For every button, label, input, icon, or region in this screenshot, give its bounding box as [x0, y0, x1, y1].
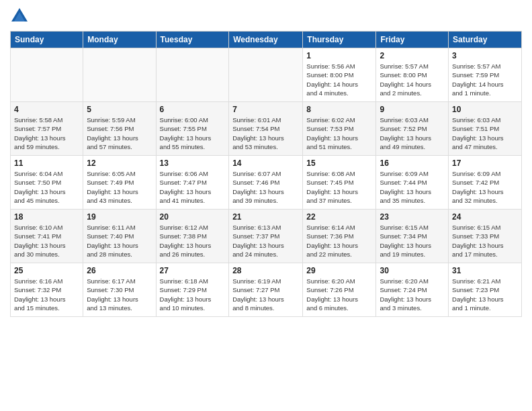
day-number: 29: [306, 266, 372, 275]
day-number: 16: [380, 158, 445, 168]
day-info: Sunrise: 6:21 AM Sunset: 7:23 PM Dayligh…: [452, 277, 518, 312]
day-number: 8: [306, 105, 372, 114]
day-number: 20: [160, 212, 226, 222]
calendar-cell: [229, 48, 303, 102]
day-number: 3: [452, 51, 518, 60]
calendar-cell: 11Sunrise: 6:04 AM Sunset: 7:50 PM Dayli…: [11, 156, 83, 210]
day-info: Sunrise: 5:57 AM Sunset: 7:59 PM Dayligh…: [452, 62, 518, 97]
calendar-cell: 6Sunrise: 6:00 AM Sunset: 7:55 PM Daylig…: [156, 102, 229, 156]
day-number: 22: [306, 212, 372, 222]
calendar-cell: 21Sunrise: 6:13 AM Sunset: 7:37 PM Dayli…: [229, 210, 303, 263]
day-info: Sunrise: 5:59 AM Sunset: 7:56 PM Dayligh…: [87, 116, 152, 151]
calendar-cell: 7Sunrise: 6:01 AM Sunset: 7:54 PM Daylig…: [229, 102, 303, 156]
calendar-cell: 2Sunrise: 5:57 AM Sunset: 8:00 PM Daylig…: [376, 48, 449, 102]
day-info: Sunrise: 6:17 AM Sunset: 7:30 PM Dayligh…: [87, 277, 152, 312]
day-number: 7: [232, 105, 299, 114]
day-info: Sunrise: 6:08 AM Sunset: 7:45 PM Dayligh…: [306, 169, 372, 205]
calendar-cell: 15Sunrise: 6:08 AM Sunset: 7:45 PM Dayli…: [303, 156, 376, 210]
calendar-cell: 23Sunrise: 6:15 AM Sunset: 7:34 PM Dayli…: [376, 210, 449, 263]
calendar-cell: 5Sunrise: 5:59 AM Sunset: 7:56 PM Daylig…: [83, 102, 156, 156]
day-number: 9: [380, 105, 445, 114]
day-number: 27: [160, 266, 226, 275]
calendar-cell: 20Sunrise: 6:12 AM Sunset: 7:38 PM Dayli…: [156, 210, 229, 263]
day-info: Sunrise: 6:06 AM Sunset: 7:47 PM Dayligh…: [160, 169, 226, 205]
day-info: Sunrise: 6:04 AM Sunset: 7:50 PM Dayligh…: [14, 169, 79, 205]
day-number: 2: [380, 51, 445, 60]
week-row-5: 25Sunrise: 6:16 AM Sunset: 7:32 PM Dayli…: [11, 263, 522, 317]
calendar-cell: 19Sunrise: 6:11 AM Sunset: 7:40 PM Dayli…: [83, 210, 156, 263]
day-number: 19: [87, 212, 152, 222]
calendar-cell: 25Sunrise: 6:16 AM Sunset: 7:32 PM Dayli…: [11, 263, 83, 317]
day-number: 6: [160, 105, 226, 114]
week-row-3: 11Sunrise: 6:04 AM Sunset: 7:50 PM Dayli…: [11, 156, 522, 210]
day-number: 23: [380, 212, 445, 222]
day-number: 10: [452, 105, 518, 114]
calendar-cell: 9Sunrise: 6:03 AM Sunset: 7:52 PM Daylig…: [376, 102, 449, 156]
calendar-cell: 1Sunrise: 5:56 AM Sunset: 8:00 PM Daylig…: [303, 48, 376, 102]
day-number: 26: [87, 266, 152, 275]
day-header-saturday: Saturday: [449, 32, 522, 48]
day-number: 30: [380, 266, 445, 275]
day-number: 25: [14, 266, 79, 275]
calendar-cell: 4Sunrise: 5:58 AM Sunset: 7:57 PM Daylig…: [11, 102, 83, 156]
week-row-1: 1Sunrise: 5:56 AM Sunset: 8:00 PM Daylig…: [11, 48, 522, 102]
calendar-cell: 17Sunrise: 6:09 AM Sunset: 7:42 PM Dayli…: [449, 156, 522, 210]
day-number: 17: [452, 158, 518, 168]
day-info: Sunrise: 6:14 AM Sunset: 7:36 PM Dayligh…: [306, 223, 372, 259]
day-info: Sunrise: 6:03 AM Sunset: 7:52 PM Dayligh…: [380, 116, 445, 151]
day-info: Sunrise: 5:58 AM Sunset: 7:57 PM Dayligh…: [14, 116, 79, 151]
calendar-cell: 31Sunrise: 6:21 AM Sunset: 7:23 PM Dayli…: [449, 263, 522, 317]
calendar-cell: 8Sunrise: 6:02 AM Sunset: 7:53 PM Daylig…: [303, 102, 376, 156]
day-number: 13: [160, 158, 226, 168]
day-number: 24: [452, 212, 518, 222]
week-row-4: 18Sunrise: 6:10 AM Sunset: 7:41 PM Dayli…: [11, 210, 522, 263]
day-header-wednesday: Wednesday: [229, 32, 303, 48]
day-number: 15: [306, 158, 372, 168]
calendar-cell: 29Sunrise: 6:20 AM Sunset: 7:26 PM Dayli…: [303, 263, 376, 317]
logo: [10, 7, 32, 26]
day-info: Sunrise: 6:18 AM Sunset: 7:29 PM Dayligh…: [160, 277, 226, 312]
day-info: Sunrise: 6:02 AM Sunset: 7:53 PM Dayligh…: [306, 116, 372, 151]
day-info: Sunrise: 5:57 AM Sunset: 8:00 PM Dayligh…: [380, 62, 445, 97]
page: SundayMondayTuesdayWednesdayThursdayFrid…: [0, 0, 532, 411]
calendar-cell: 26Sunrise: 6:17 AM Sunset: 7:30 PM Dayli…: [83, 263, 156, 317]
day-number: 1: [306, 51, 372, 60]
header: [10, 7, 522, 26]
day-number: 4: [14, 105, 79, 114]
day-info: Sunrise: 6:20 AM Sunset: 7:24 PM Dayligh…: [380, 277, 445, 312]
calendar-cell: 10Sunrise: 6:03 AM Sunset: 7:51 PM Dayli…: [449, 102, 522, 156]
day-info: Sunrise: 6:05 AM Sunset: 7:49 PM Dayligh…: [87, 169, 152, 205]
calendar-cell: 22Sunrise: 6:14 AM Sunset: 7:36 PM Dayli…: [303, 210, 376, 263]
day-number: 28: [232, 266, 299, 275]
day-info: Sunrise: 6:10 AM Sunset: 7:41 PM Dayligh…: [14, 223, 79, 259]
calendar-cell: 3Sunrise: 5:57 AM Sunset: 7:59 PM Daylig…: [449, 48, 522, 102]
calendar-cell: 27Sunrise: 6:18 AM Sunset: 7:29 PM Dayli…: [156, 263, 229, 317]
calendar-header-row: SundayMondayTuesdayWednesdayThursdayFrid…: [11, 32, 522, 48]
calendar-cell: [83, 48, 156, 102]
day-info: Sunrise: 6:09 AM Sunset: 7:42 PM Dayligh…: [452, 169, 518, 205]
logo-icon: [10, 7, 29, 26]
day-info: Sunrise: 6:03 AM Sunset: 7:51 PM Dayligh…: [452, 116, 518, 151]
day-info: Sunrise: 6:07 AM Sunset: 7:46 PM Dayligh…: [232, 169, 299, 205]
day-info: Sunrise: 6:00 AM Sunset: 7:55 PM Dayligh…: [160, 116, 226, 151]
day-number: 18: [14, 212, 79, 222]
day-info: Sunrise: 6:19 AM Sunset: 7:27 PM Dayligh…: [232, 277, 299, 312]
calendar-cell: 28Sunrise: 6:19 AM Sunset: 7:27 PM Dayli…: [229, 263, 303, 317]
day-info: Sunrise: 6:20 AM Sunset: 7:26 PM Dayligh…: [306, 277, 372, 312]
day-info: Sunrise: 6:12 AM Sunset: 7:38 PM Dayligh…: [160, 223, 226, 259]
calendar-cell: 13Sunrise: 6:06 AM Sunset: 7:47 PM Dayli…: [156, 156, 229, 210]
day-info: Sunrise: 6:09 AM Sunset: 7:44 PM Dayligh…: [380, 169, 445, 205]
day-info: Sunrise: 6:15 AM Sunset: 7:34 PM Dayligh…: [380, 223, 445, 259]
day-info: Sunrise: 6:16 AM Sunset: 7:32 PM Dayligh…: [14, 277, 79, 312]
calendar-cell: 30Sunrise: 6:20 AM Sunset: 7:24 PM Dayli…: [376, 263, 449, 317]
calendar: SundayMondayTuesdayWednesdayThursdayFrid…: [10, 31, 522, 317]
day-header-thursday: Thursday: [303, 32, 376, 48]
day-header-tuesday: Tuesday: [156, 32, 229, 48]
calendar-cell: [11, 48, 83, 102]
calendar-cell: 16Sunrise: 6:09 AM Sunset: 7:44 PM Dayli…: [376, 156, 449, 210]
day-info: Sunrise: 6:01 AM Sunset: 7:54 PM Dayligh…: [232, 116, 299, 151]
calendar-cell: [156, 48, 229, 102]
calendar-cell: 12Sunrise: 6:05 AM Sunset: 7:49 PM Dayli…: [83, 156, 156, 210]
day-number: 5: [87, 105, 152, 114]
calendar-cell: 24Sunrise: 6:15 AM Sunset: 7:33 PM Dayli…: [449, 210, 522, 263]
